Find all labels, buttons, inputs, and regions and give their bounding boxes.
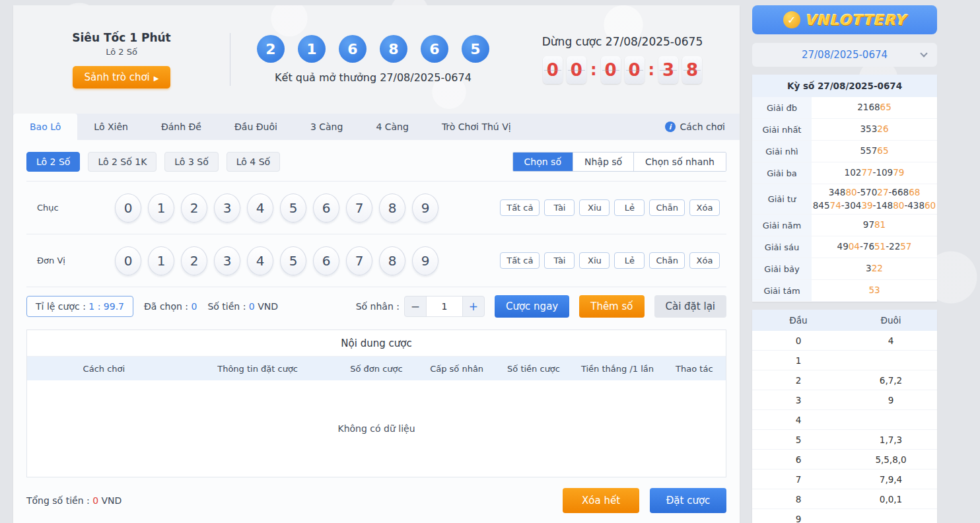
filter-button[interactable]: Tài <box>544 199 575 216</box>
filter-button[interactable]: Tất cả <box>500 252 540 269</box>
empty-state: Không có dữ liệu <box>27 380 726 477</box>
results-card: Kỳ số 27/08/2025-0674 Giải đb216865Giải … <box>752 75 937 302</box>
filter-button[interactable]: Tài <box>544 252 575 269</box>
game-lobby-button[interactable]: Sảnh trò chơi▶ <box>73 66 171 88</box>
digit-ball[interactable]: 4 <box>247 246 273 275</box>
head-tail-rows: 04126,7,239451,7,365,5,8,077,9,480,0,19 <box>752 331 937 523</box>
vnlottery-logo[interactable]: ✓ VNLOTTERY <box>752 5 937 34</box>
multiplier-input[interactable] <box>426 296 463 316</box>
main-tab[interactable]: Đánh Đề <box>145 114 218 140</box>
bet-type-subtab[interactable]: Lô 3 Số <box>164 152 218 172</box>
main-tab[interactable]: Bao Lô <box>13 114 77 140</box>
countdown-digit: 0 <box>601 56 621 84</box>
filter-button[interactable]: Xóa <box>689 199 720 216</box>
digit-ball[interactable]: 3 <box>214 246 240 275</box>
digit-ball[interactable]: 0 <box>115 246 141 275</box>
filter-button[interactable]: Xỉu <box>579 199 610 216</box>
filter-button[interactable]: Lẻ <box>614 199 645 216</box>
head-cell: 4 <box>752 410 845 429</box>
number-row: Đơn Vị0123456789Tất cảTàiXỉuLẻChẵnXóa <box>26 234 726 287</box>
mode-segment[interactable]: Nhập số <box>573 153 633 171</box>
bet-now-button[interactable]: Cược ngay <box>495 295 569 318</box>
main-tab[interactable]: Đầu Đuôi <box>218 114 294 140</box>
bet-type-subtab[interactable]: Lô 4 Số <box>227 152 280 172</box>
main-tabs: Bao LôLô XiênĐánh ĐềĐầu Đuôi3 Càng4 Càng… <box>13 114 528 140</box>
filter-button[interactable]: Chẵn <box>649 252 685 269</box>
filter-buttons: Tất cảTàiXỉuLẻChẵnXóa <box>500 199 726 216</box>
footer-row: Tổng số tiền : 0 VND Xóa hết Đặt cược <box>26 488 726 523</box>
how-to-play-link[interactable]: i Cách chơi <box>665 114 740 140</box>
digit-ball[interactable]: 7 <box>346 246 372 275</box>
mode-segment[interactable]: Chọn số nhanh <box>633 153 726 171</box>
head-tail-row: 65,5,8,0 <box>752 450 937 470</box>
head-tail-row: 77,9,4 <box>752 470 937 489</box>
prize-value: 35326 <box>812 119 937 140</box>
prize-value: 322 <box>812 258 937 279</box>
main-tab[interactable]: 4 Càng <box>359 114 425 140</box>
digit-ball[interactable]: 7 <box>346 193 372 223</box>
decrement-button[interactable]: − <box>405 296 426 316</box>
add-number-button[interactable]: Thêm số <box>579 295 644 318</box>
mode-segment[interactable]: Chọn số <box>513 153 573 171</box>
filter-button[interactable]: Tất cả <box>500 199 540 216</box>
result-caption: Kết quả mở thưởng 27/08/2025-0674 <box>230 71 516 84</box>
head-tail-row: 39 <box>752 390 937 410</box>
bet-type-subtabs: Lô 2 SốLô 2 Số 1KLô 3 SốLô 4 Số <box>26 152 280 172</box>
prize-row: Giải nhất35326 <box>752 119 937 141</box>
filter-button[interactable]: Xỉu <box>579 252 610 269</box>
prize-value: 216865 <box>812 97 937 118</box>
filter-buttons: Tất cảTàiXỉuLẻChẵnXóa <box>500 252 726 269</box>
table-column-header: Số tiền cược <box>495 364 572 374</box>
digit-ball[interactable]: 8 <box>379 246 405 275</box>
tail-cell: 1,7,3 <box>845 430 937 449</box>
bet-type-subtab[interactable]: Lô 2 Số 1K <box>88 152 157 172</box>
result-ball: 5 <box>462 35 489 63</box>
prize-label: Giải tám <box>752 280 812 301</box>
prize-label: Giải năm <box>752 215 812 236</box>
digit-ball[interactable]: 5 <box>280 193 306 223</box>
game-header: Siêu Tốc 1 Phút Lô 2 Số Sảnh trò chơi▶ 2… <box>13 5 740 114</box>
number-mode-switch: Chọn sốNhập sốChọn số nhanh <box>512 152 726 172</box>
main-tab[interactable]: 3 Càng <box>294 114 359 140</box>
digit-ball[interactable]: 2 <box>181 246 207 275</box>
tail-column-label: Đuôi <box>845 310 937 331</box>
main-tab[interactable]: Trò Chơi Thú Vị <box>425 114 528 140</box>
digit-ball[interactable]: 9 <box>412 193 438 223</box>
digit-ball[interactable]: 0 <box>115 193 141 223</box>
digit-ball[interactable]: 1 <box>148 246 174 275</box>
check-icon: ✓ <box>783 11 800 28</box>
reset-button[interactable]: Cài đặt lại <box>654 295 727 318</box>
digit-ball[interactable]: 3 <box>214 193 240 223</box>
main-tabbar: Bao LôLô XiênĐánh ĐềĐầu Đuôi3 Càng4 Càng… <box>13 114 740 140</box>
digit-ball[interactable]: 1 <box>148 193 174 223</box>
digit-ball[interactable]: 6 <box>313 193 339 223</box>
play-arrow-icon: ▶ <box>154 75 159 82</box>
clear-all-button[interactable]: Xóa hết <box>563 488 639 513</box>
place-bet-button[interactable]: Đặt cược <box>650 488 726 513</box>
table-column-header: Cách chơi <box>27 364 181 374</box>
period-value: 27/08/2025-0674 <box>802 49 888 61</box>
digit-ball[interactable]: 4 <box>247 193 273 223</box>
main-tab[interactable]: Lô Xiên <box>77 114 145 140</box>
prize-label: Giải nhất <box>752 119 812 140</box>
table-title: Nội dung cược <box>27 330 726 357</box>
odds-value: 1 : 99.7 <box>88 301 124 312</box>
head-tail-row: 1 <box>752 351 937 370</box>
info-icon: i <box>665 122 676 132</box>
digit-ball[interactable]: 2 <box>181 193 207 223</box>
head-cell: 8 <box>752 489 845 508</box>
period-dropdown[interactable]: 27/08/2025-0674 <box>752 43 937 67</box>
digit-ball[interactable]: 9 <box>412 246 438 275</box>
digit-ball[interactable]: 5 <box>280 246 306 275</box>
betting-panel: Siêu Tốc 1 Phút Lô 2 Số Sảnh trò chơi▶ 2… <box>13 5 740 523</box>
filter-button[interactable]: Chẵn <box>649 199 685 216</box>
head-cell: 5 <box>752 430 845 449</box>
digit-ball[interactable]: 6 <box>313 246 339 275</box>
head-cell: 3 <box>752 390 845 409</box>
filter-button[interactable]: Xóa <box>689 252 720 269</box>
digit-ball[interactable]: 8 <box>379 193 405 223</box>
increment-button[interactable]: + <box>463 296 484 316</box>
head-column-label: Đầu <box>752 310 845 331</box>
bet-type-subtab[interactable]: Lô 2 Số <box>26 152 80 172</box>
filter-button[interactable]: Lẻ <box>614 252 645 269</box>
